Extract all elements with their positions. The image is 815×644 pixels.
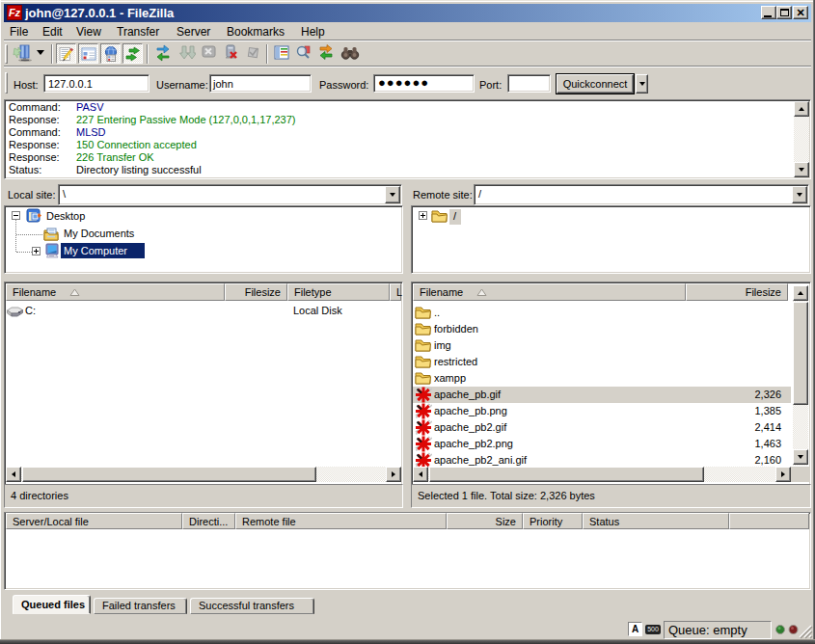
svg-text:Fz: Fz bbox=[9, 7, 21, 18]
